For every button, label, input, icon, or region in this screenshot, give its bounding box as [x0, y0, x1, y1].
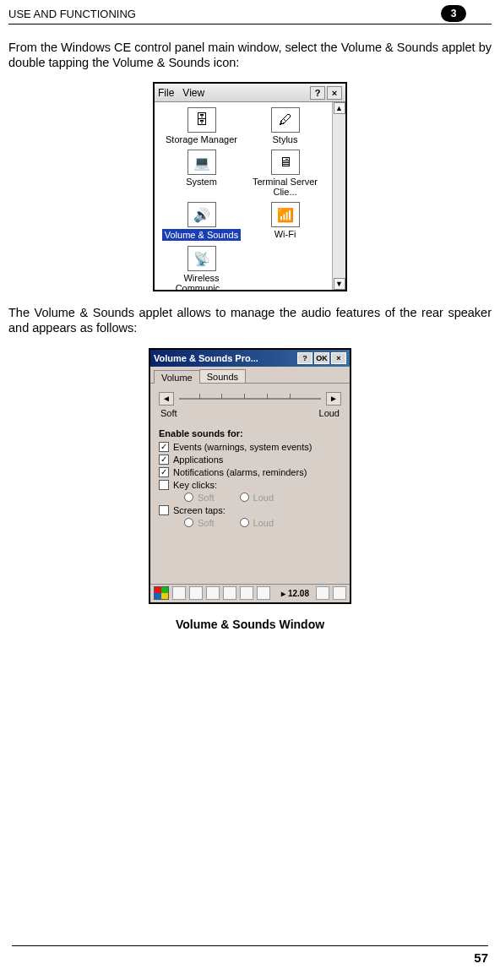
applet-wifi[interactable]: 📶 Wi-Fi	[243, 202, 327, 241]
applet-system[interactable]: 💻 System	[160, 150, 243, 197]
checkbox-notifications[interactable]: ✓ Notifications (alarms, reminders)	[159, 467, 341, 477]
volume-slider[interactable]: ◄ ►	[159, 392, 341, 406]
window-title: Volume & Sounds Pro...	[154, 353, 258, 363]
applet-grid: 🗄 Storage Manager 🖊 Stylus 💻 System 🖥 Te…	[155, 102, 332, 290]
applet-volume-sounds[interactable]: 🔊 Volume & Sounds	[160, 202, 243, 241]
tray-icon[interactable]	[206, 586, 220, 600]
tab-volume[interactable]: Volume	[154, 370, 200, 384]
checkbox-icon: ✓	[159, 442, 169, 452]
section-heading: USE AND FUNCTIONING	[8, 8, 441, 20]
tray-icon[interactable]	[189, 586, 203, 600]
menu-view[interactable]: View	[182, 87, 204, 99]
close-button[interactable]: ×	[327, 86, 342, 100]
applet-terminal-server[interactable]: 🖥 Terminal Server Clie...	[243, 150, 327, 197]
checkbox-icon: ✓	[159, 467, 169, 477]
wifi-icon: 📶	[271, 202, 300, 227]
volume-icon: 🔊	[188, 202, 216, 227]
checkbox-icon: ✓	[159, 455, 169, 465]
start-button[interactable]	[154, 586, 169, 600]
footer-rule	[12, 945, 488, 946]
figure-caption: Volume & Sounds Window	[0, 618, 500, 631]
applet-paragraph: The Volume & Sounds applet allows to man…	[0, 305, 500, 335]
checkbox-icon	[159, 480, 169, 490]
tray-icon[interactable]	[316, 586, 329, 600]
tray-icon[interactable]	[223, 586, 236, 600]
taskbar-time: ▸ 12.08	[281, 589, 309, 598]
terminal-icon: 🖥	[271, 150, 300, 175]
tray-icon[interactable]	[172, 586, 186, 600]
applet-wireless-communic[interactable]: 📡 Wireless Communic...	[160, 246, 243, 293]
tray-icon[interactable]	[240, 586, 253, 600]
scrollbar[interactable]: ▲ ▼	[332, 102, 345, 290]
ok-button[interactable]: OK	[314, 352, 329, 364]
radio-loud	[240, 493, 249, 502]
scroll-down-button[interactable]: ▼	[334, 278, 345, 290]
checkbox-screen-taps[interactable]: Screen taps:	[159, 505, 341, 515]
applet-stylus[interactable]: 🖊 Stylus	[243, 107, 327, 144]
chapter-badge: 3	[441, 5, 466, 22]
close-button[interactable]: ×	[331, 352, 346, 364]
radio-loud	[240, 518, 249, 527]
control-panel-screenshot: File View ? × 🗄 Storage Manager 🖊 Stylus…	[153, 82, 347, 291]
help-button[interactable]: ?	[297, 352, 312, 364]
slider-increase-button[interactable]: ►	[326, 392, 341, 406]
checkbox-icon	[159, 505, 169, 515]
loud-label: Loud	[319, 408, 340, 418]
enable-sounds-label: Enable sounds for:	[159, 428, 341, 438]
volume-sounds-screenshot: Volume & Sounds Pro... ? OK × Volume Sou…	[149, 348, 351, 604]
intro-paragraph: From the Windows CE control panel main w…	[0, 40, 500, 70]
scroll-up-button[interactable]: ▲	[334, 102, 345, 114]
tray-icon[interactable]	[333, 586, 346, 600]
menu-file[interactable]: File	[158, 87, 174, 99]
stylus-icon: 🖊	[271, 107, 300, 133]
applet-storage-manager[interactable]: 🗄 Storage Manager	[160, 107, 243, 144]
tab-strip: Volume Sounds	[150, 367, 350, 384]
tray-icon[interactable]	[257, 586, 270, 600]
ce-menubar: File View ? ×	[155, 84, 345, 102]
header-rule	[8, 24, 492, 24]
radio-soft	[184, 518, 193, 527]
checkbox-events[interactable]: ✓ Events (warnings, system events)	[159, 442, 341, 452]
wireless-icon: 📡	[188, 246, 216, 271]
window-titlebar: Volume & Sounds Pro... ? OK ×	[150, 350, 350, 367]
slider-track[interactable]	[179, 396, 321, 401]
taskbar: ▸ 12.08	[150, 584, 350, 602]
checkbox-applications[interactable]: ✓ Applications	[159, 455, 341, 465]
soft-label: Soft	[160, 408, 177, 418]
system-icon: 💻	[188, 150, 216, 175]
help-button[interactable]: ?	[310, 86, 325, 100]
checkbox-key-clicks[interactable]: Key clicks:	[159, 480, 341, 490]
storage-icon: 🗄	[188, 107, 216, 133]
tab-sounds[interactable]: Sounds	[199, 369, 246, 383]
page-number: 57	[474, 950, 488, 965]
slider-decrease-button[interactable]: ◄	[159, 392, 174, 406]
radio-soft	[184, 493, 193, 502]
